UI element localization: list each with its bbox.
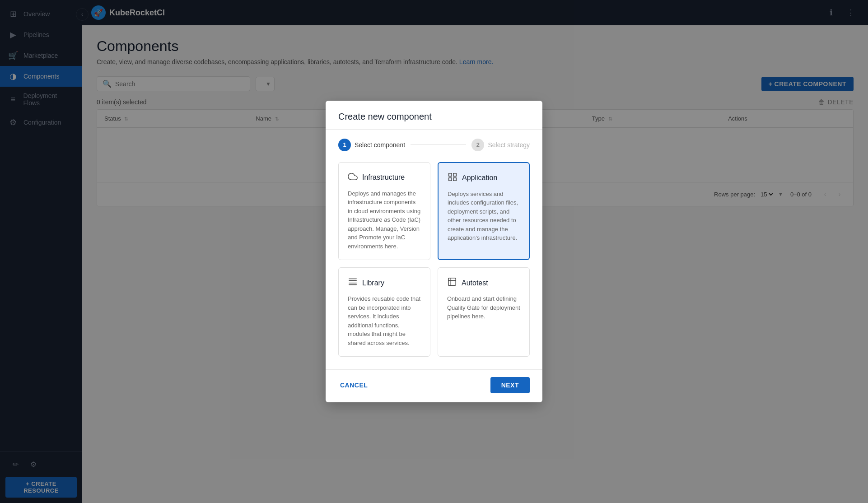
option-card-autotest[interactable]: Autotest Onboard and start defining Qual… — [438, 267, 530, 357]
modal-title: Create new component — [326, 101, 542, 130]
application-title: Application — [462, 174, 497, 182]
autotest-title: Autotest — [462, 279, 488, 287]
autotest-desc: Onboard and start defining Quality Gate … — [447, 294, 520, 321]
infrastructure-title: Infrastructure — [362, 173, 405, 182]
option-card-header: Application — [448, 172, 520, 184]
svg-rect-3 — [453, 178, 456, 181]
svg-rect-1 — [453, 173, 456, 176]
step-1: 1 Select component — [338, 139, 405, 151]
cloud-icon — [348, 172, 358, 184]
option-card-header: Autotest — [447, 277, 520, 289]
option-card-header: Library — [348, 277, 421, 289]
svg-rect-0 — [449, 173, 452, 176]
option-card-infrastructure[interactable]: Infrastructure Deploys and manages the i… — [338, 162, 430, 261]
next-button[interactable]: NEXT — [490, 377, 530, 393]
modal-body: 1 Select component 2 Select strategy — [326, 130, 542, 370]
modal-overlay: Create new component 1 Select component … — [0, 0, 868, 503]
step-line — [411, 144, 466, 145]
step-2: 2 Select strategy — [471, 139, 530, 151]
option-card-application[interactable]: Application Deploys services and include… — [438, 162, 530, 261]
option-grid: Infrastructure Deploys and manages the i… — [338, 162, 530, 357]
modal-footer: CANCEL NEXT — [326, 369, 542, 402]
cancel-button[interactable]: CANCEL — [338, 378, 369, 392]
autotest-icon — [447, 277, 457, 289]
library-title: Library — [362, 279, 384, 287]
library-desc: Provides reusable code that can be incor… — [348, 294, 421, 347]
step-2-label: Select strategy — [488, 141, 530, 149]
application-icon — [448, 172, 457, 184]
option-card-library[interactable]: Library Provides reusable code that can … — [338, 267, 430, 357]
step-2-circle: 2 — [471, 139, 484, 151]
application-desc: Deploys services and includes configurat… — [448, 190, 520, 242]
library-icon — [348, 277, 358, 289]
option-card-header: Infrastructure — [348, 172, 421, 184]
step-1-circle: 1 — [338, 139, 351, 151]
step-1-label: Select component — [355, 141, 405, 149]
infrastructure-desc: Deploys and manages the infrastructure c… — [348, 189, 421, 251]
create-component-modal: Create new component 1 Select component … — [326, 101, 542, 403]
svg-rect-2 — [449, 178, 452, 181]
stepper: 1 Select component 2 Select strategy — [338, 139, 530, 151]
